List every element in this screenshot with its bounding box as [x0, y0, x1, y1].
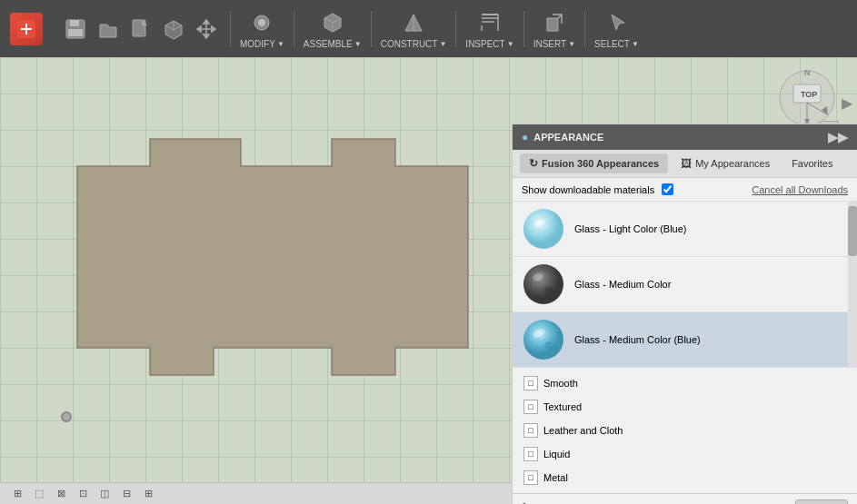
- modify-icon[interactable]: [247, 8, 276, 37]
- material-list-wrapper: Glass - Light Color (Blue): [513, 202, 857, 368]
- construct-label[interactable]: CONSTRUCT ▼: [381, 39, 447, 49]
- select-label[interactable]: SELECT ▼: [594, 39, 639, 49]
- info-icon[interactable]: ℹ: [522, 500, 527, 505]
- insert-icon[interactable]: [540, 8, 569, 37]
- appearance-panel: ● APPEARANCE ▶▶ ↻ Fusion 360 Appearances…: [512, 124, 857, 504]
- status-tool-5[interactable]: ◫: [96, 486, 113, 502]
- select-group: SELECT ▼: [589, 0, 644, 57]
- scrollbar-track: [848, 202, 857, 368]
- fusion360-tab-icon: ↻: [529, 157, 538, 170]
- separator-6: [584, 11, 585, 47]
- insert-arrow: ▼: [568, 40, 575, 48]
- panel-options: Show downloadable materials Cancel all D…: [513, 178, 857, 202]
- status-tool-3[interactable]: ⊠: [53, 486, 69, 502]
- assemble-group: ASSEMBLE ▼: [298, 0, 367, 57]
- material-thumb-glass-medium-blue: [522, 318, 565, 361]
- toolbar-file-group: [55, 0, 226, 57]
- svg-point-22: [523, 209, 563, 249]
- category-smooth[interactable]: □ Smooth: [513, 371, 857, 395]
- status-tool-7[interactable]: ⊞: [140, 486, 156, 502]
- leather-icon: □: [523, 423, 538, 438]
- inspect-arrow: ▼: [507, 40, 514, 48]
- 3d-shape: [50, 121, 495, 402]
- select-arrow: ▼: [632, 40, 639, 48]
- material-item-glass-light-blue[interactable]: Glass - Light Color (Blue): [513, 202, 857, 257]
- cancel-all-downloads[interactable]: Cancel all Downloads: [752, 184, 848, 195]
- status-tool-4[interactable]: ⊡: [75, 486, 91, 502]
- category-leather[interactable]: □ Leather and Cloth: [513, 419, 857, 442]
- construct-icon[interactable]: [399, 8, 428, 37]
- inspect-icon[interactable]: [475, 8, 504, 37]
- save-icon[interactable]: [61, 15, 90, 44]
- tab-fusion360[interactable]: ↻ Fusion 360 Appearances: [520, 153, 668, 173]
- category-textured[interactable]: □ Textured: [513, 395, 857, 419]
- status-left: ⊞ ⬚ ⊠ ⊡ ◫ ⊟ ⊞: [9, 486, 156, 502]
- panel-dot: ●: [522, 131, 528, 143]
- material-name-glass-light-blue: Glass - Light Color (Blue): [574, 223, 687, 234]
- panel-expand-icon[interactable]: ▶▶: [828, 130, 848, 144]
- material-item-glass-medium[interactable]: Glass - Medium Color: [513, 257, 857, 312]
- separator-4: [455, 11, 456, 47]
- svg-rect-13: [547, 18, 558, 31]
- modify-group: MODIFY ▼: [234, 0, 290, 57]
- category-metal[interactable]: □ Metal: [513, 466, 857, 489]
- separator-1: [230, 11, 231, 47]
- show-downloadable-label: Show downloadable materials: [522, 184, 654, 195]
- tab-my-appearances[interactable]: 🖼 My Appearances: [672, 153, 779, 173]
- assemble-label[interactable]: ASSEMBLE ▼: [304, 39, 362, 49]
- panel-title: APPEARANCE: [533, 132, 603, 143]
- 3d-box-icon[interactable]: [159, 15, 188, 44]
- panel-footer: ℹ Close: [513, 493, 857, 504]
- material-item-glass-medium-blue[interactable]: Glass - Medium Color (Blue): [513, 312, 857, 368]
- open-icon[interactable]: [94, 15, 123, 44]
- panel-header: ● APPEARANCE ▶▶: [513, 124, 857, 150]
- svg-point-27: [544, 287, 553, 296]
- material-name-glass-medium-blue: Glass - Medium Color (Blue): [574, 334, 701, 345]
- nav-right-arrow[interactable]: ▶: [842, 94, 852, 112]
- modify-arrow: ▼: [277, 40, 284, 48]
- show-downloadable-checkbox[interactable]: [662, 183, 673, 195]
- svg-point-28: [523, 320, 563, 360]
- svg-point-30: [544, 341, 553, 351]
- material-thumb-glass-medium: [522, 262, 565, 306]
- app-logo-group: [5, 0, 55, 57]
- svg-point-6: [258, 19, 265, 26]
- insert-group: INSERT ▼: [528, 0, 581, 57]
- smooth-icon: □: [523, 376, 538, 390]
- material-thumb-glass-light-blue: [522, 207, 565, 251]
- move-icon[interactable]: [192, 15, 221, 44]
- toolbar: MODIFY ▼ ASSEMBLE ▼: [0, 0, 857, 57]
- textured-icon: □: [523, 400, 538, 414]
- svg-text:TOP: TOP: [801, 90, 817, 99]
- metal-icon: □: [523, 470, 538, 485]
- select-icon[interactable]: [602, 8, 631, 37]
- separator-5: [523, 11, 524, 47]
- inspect-group: INSPECT ▼: [460, 0, 519, 57]
- svg-rect-3: [68, 29, 83, 36]
- svg-point-25: [523, 264, 563, 304]
- status-tool-6[interactable]: ⊟: [118, 486, 135, 502]
- liquid-icon: □: [523, 447, 538, 461]
- category-list: □ Smooth □ Textured □ Leather and Cloth …: [513, 368, 857, 493]
- category-liquid[interactable]: □ Liquid: [513, 442, 857, 466]
- status-tools: ⊞ ⬚ ⊠ ⊡ ◫ ⊟ ⊞: [9, 486, 156, 502]
- status-tool-1[interactable]: ⊞: [9, 486, 25, 502]
- construct-arrow: ▼: [439, 40, 446, 48]
- construct-group: CONSTRUCT ▼: [375, 0, 453, 57]
- assemble-icon[interactable]: [318, 8, 347, 37]
- modify-label[interactable]: MODIFY ▼: [240, 39, 284, 49]
- status-tool-2[interactable]: ⬚: [31, 486, 47, 502]
- close-button[interactable]: Close: [795, 499, 848, 504]
- separator-3: [371, 11, 372, 47]
- point-indicator: [61, 411, 72, 422]
- canvas-area[interactable]: ▶ N TOP ▲: [0, 57, 857, 504]
- new-icon[interactable]: [126, 15, 155, 44]
- material-list: Glass - Light Color (Blue): [513, 202, 857, 368]
- app-logo[interactable]: [10, 13, 43, 45]
- panel-tabs: ↻ Fusion 360 Appearances 🖼 My Appearance…: [513, 150, 857, 178]
- inspect-label[interactable]: INSPECT ▼: [465, 39, 513, 49]
- tab-favorites[interactable]: Favorites: [782, 154, 842, 173]
- separator-2: [294, 11, 294, 47]
- insert-label[interactable]: INSERT ▼: [533, 39, 575, 49]
- scrollbar-thumb[interactable]: [848, 206, 857, 256]
